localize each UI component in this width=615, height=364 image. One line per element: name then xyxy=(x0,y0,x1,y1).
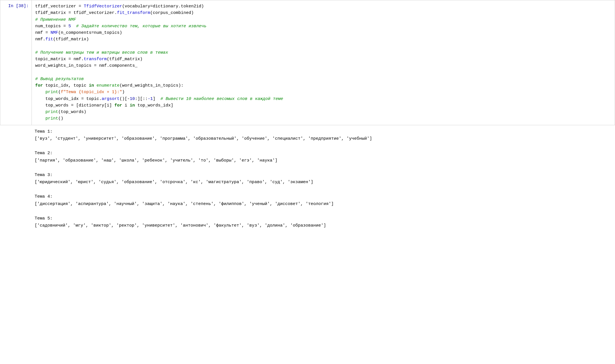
topic4-header: Тема 4: xyxy=(35,194,53,199)
output-section: Тема 1: ['вуз', 'студент', 'университет'… xyxy=(0,125,615,232)
output-label xyxy=(0,125,31,232)
topic1-words: ['вуз', 'студент', 'университет', 'образ… xyxy=(35,136,372,141)
topic4-words: ['диссертация', 'аспирантура', 'научный'… xyxy=(35,202,334,206)
topic2-words: ['партия', 'образование', 'наш', 'школа'… xyxy=(35,158,277,163)
topic5-words: ['садовничий', 'мгу', 'виктор', 'ректор'… xyxy=(35,223,326,228)
cell-output: Тема 1: ['вуз', 'студент', 'университет'… xyxy=(31,125,615,232)
topic1-header: Тема 1: xyxy=(35,129,53,134)
topic3-words: ['юридический', 'юрист', 'судья', 'образ… xyxy=(35,180,313,185)
topic2-header: Тема 2: xyxy=(35,151,53,156)
cell-label: In [38]: xyxy=(0,0,32,125)
cell-code: tfidf_vectorizer = TfidfVectorizer(vocab… xyxy=(32,0,615,125)
topic3-header: Тема 3: xyxy=(35,173,53,177)
topic5-header: Тема 5: xyxy=(35,216,53,221)
